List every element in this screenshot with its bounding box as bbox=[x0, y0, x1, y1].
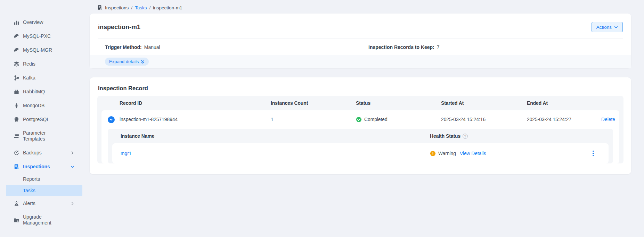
instance-row: mgr1 Warning View Details bbox=[112, 143, 609, 163]
view-details-link[interactable]: View Details bbox=[460, 151, 486, 156]
breadcrumb-item-tasks[interactable]: Tasks bbox=[135, 5, 147, 10]
mysql-icon bbox=[13, 33, 19, 39]
status-label: Completed bbox=[364, 117, 388, 122]
instances-count-cell: 1 bbox=[271, 117, 356, 122]
sidebar-item-rabbitmq[interactable]: RabbitMQ bbox=[0, 85, 83, 99]
mysql-icon bbox=[13, 47, 19, 53]
sidebar-item-label: PostgreSQL bbox=[23, 117, 64, 122]
app-root: Overview MySQL-PXC MySQL-MGR Redis Kafka bbox=[0, 0, 644, 237]
health-status-label: Warning bbox=[438, 151, 456, 156]
help-icon[interactable]: ? bbox=[463, 134, 468, 139]
col-instance-name: Instance Name bbox=[121, 134, 430, 139]
col-health-status: Health Status bbox=[430, 134, 460, 139]
detail-card: inspection-m1 Actions Trigger Method: Ma… bbox=[90, 14, 631, 68]
sidebar-item-redis[interactable]: Redis bbox=[0, 57, 83, 71]
started-at-cell: 2025-03-24 15:24:16 bbox=[441, 117, 527, 122]
mongodb-icon bbox=[13, 102, 19, 109]
expand-details-button[interactable]: Expand details bbox=[105, 58, 149, 66]
sidebar-item-parameter-templates[interactable]: Parameter Templates bbox=[0, 126, 83, 146]
rabbitmq-icon bbox=[13, 88, 19, 95]
sidebar-item-kafka[interactable]: Kafka bbox=[0, 71, 83, 85]
completed-check-icon bbox=[356, 117, 362, 122]
chevron-down-icon bbox=[71, 165, 74, 169]
sidebar-item-mongodb[interactable]: MongoDB bbox=[0, 99, 83, 112]
col-ended-at: Ended At bbox=[527, 101, 588, 106]
chevron-right-icon bbox=[71, 151, 74, 155]
alerts-icon bbox=[13, 200, 19, 206]
sidebar-item-label: Kafka bbox=[23, 75, 64, 81]
table-row: inspection-m1-8257198944 1 Completed 202… bbox=[101, 110, 619, 129]
sidebar-item-label: MongoDB bbox=[23, 103, 64, 109]
inspections-icon bbox=[13, 163, 19, 170]
sidebar-item-label: Alerts bbox=[23, 201, 64, 206]
backups-icon bbox=[13, 150, 19, 156]
sidebar-item-label: MySQL-MGR bbox=[23, 47, 64, 53]
health-status-cell: Warning View Details bbox=[430, 151, 586, 156]
breadcrumb: Inspections / Tasks / inspection-m1 bbox=[97, 5, 631, 10]
col-record-id: Record ID bbox=[120, 101, 271, 106]
sidebar-item-mysql-mgr[interactable]: MySQL-MGR bbox=[0, 43, 83, 57]
inspections-doc-icon bbox=[97, 5, 103, 10]
actions-button-label: Actions bbox=[596, 25, 612, 30]
sidebar-subitem-tasks[interactable]: Tasks bbox=[6, 185, 82, 196]
ended-at-cell: 2025-03-24 15:24:27 bbox=[527, 117, 588, 122]
breadcrumb-item-current: inspection-m1 bbox=[153, 5, 182, 10]
sidebar-item-label: MySQL-PXC bbox=[23, 33, 64, 39]
instances-table-header: Instance Name Health Status ? bbox=[108, 129, 613, 143]
breadcrumb-item: Inspections bbox=[105, 5, 129, 10]
main-content: Inspections / Tasks / inspection-m1 insp… bbox=[83, 0, 644, 237]
double-chevron-down-icon bbox=[141, 60, 145, 64]
sidebar-item-alerts[interactable]: Alerts bbox=[0, 196, 83, 210]
sidebar-subitem-label: Reports bbox=[23, 176, 40, 182]
breadcrumb-separator: / bbox=[131, 5, 132, 10]
col-status: Status bbox=[356, 101, 441, 106]
warning-icon bbox=[430, 151, 436, 156]
sidebar-item-label: RabbitMQ bbox=[23, 89, 64, 95]
sidebar-subitem-label: Tasks bbox=[23, 188, 35, 193]
sidebar-item-inspections[interactable]: Inspections bbox=[0, 160, 83, 173]
sidebar-item-backups[interactable]: Backups bbox=[0, 146, 83, 160]
chevron-down-icon bbox=[614, 25, 618, 29]
inspection-record-card: Inspection Record Record ID Instances Co… bbox=[90, 77, 631, 174]
sidebar-item-label: Overview bbox=[23, 19, 64, 25]
chevron-down-icon bbox=[109, 118, 113, 121]
row-expand-toggle[interactable] bbox=[108, 116, 115, 123]
section-title: Inspection Record bbox=[98, 85, 623, 92]
parameter-templates-icon bbox=[13, 133, 19, 139]
delete-link[interactable]: Delete bbox=[588, 117, 618, 122]
overview-icon bbox=[13, 19, 19, 25]
redis-icon bbox=[13, 61, 19, 67]
col-instances-count: Instances Count bbox=[271, 101, 356, 106]
instances-table: Instance Name Health Status ? mgr1 bbox=[108, 129, 613, 163]
sidebar-item-postgresql[interactable]: PostgreSQL bbox=[0, 112, 83, 126]
breadcrumb-separator: / bbox=[149, 5, 151, 10]
sidebar-item-overview[interactable]: Overview bbox=[0, 15, 83, 29]
kebab-menu-icon[interactable] bbox=[586, 151, 600, 156]
field-label: Inspection Records to Keep: bbox=[368, 44, 434, 50]
expand-details-label: Expand details bbox=[109, 59, 139, 64]
field-records-to-keep: Inspection Records to Keep: 7 bbox=[360, 44, 631, 50]
sidebar-item-mysql-pxc[interactable]: MySQL-PXC bbox=[0, 29, 83, 43]
record-id-cell: inspection-m1-8257198944 bbox=[120, 117, 271, 122]
expand-details-strip: Expand details bbox=[90, 55, 631, 68]
kafka-icon bbox=[13, 75, 19, 81]
field-value: 7 bbox=[437, 44, 440, 50]
field-label: Trigger Method: bbox=[105, 44, 142, 50]
instance-name-link[interactable]: mgr1 bbox=[121, 151, 430, 156]
upgrade-management-icon bbox=[13, 217, 19, 223]
sidebar-item-upgrade-management[interactable]: Upgrade Management bbox=[0, 210, 83, 230]
field-trigger-method: Trigger Method: Manual bbox=[90, 44, 360, 50]
detail-fields: Trigger Method: Manual Inspection Record… bbox=[90, 39, 631, 55]
status-cell: Completed bbox=[356, 117, 441, 122]
field-value: Manual bbox=[144, 44, 160, 50]
sidebar: Overview MySQL-PXC MySQL-MGR Redis Kafka bbox=[0, 0, 83, 237]
sidebar-item-label: Upgrade Management bbox=[23, 214, 64, 226]
sidebar-item-label: Inspections bbox=[23, 164, 64, 170]
col-started-at: Started At bbox=[441, 101, 527, 106]
postgresql-icon bbox=[13, 116, 19, 122]
records-table-header: Record ID Instances Count Status Started… bbox=[97, 96, 623, 110]
sidebar-subitem-reports[interactable]: Reports bbox=[6, 173, 82, 185]
actions-button[interactable]: Actions bbox=[592, 22, 623, 32]
records-table: Record ID Instances Count Status Started… bbox=[97, 96, 623, 163]
sidebar-item-label: Backups bbox=[23, 150, 64, 156]
